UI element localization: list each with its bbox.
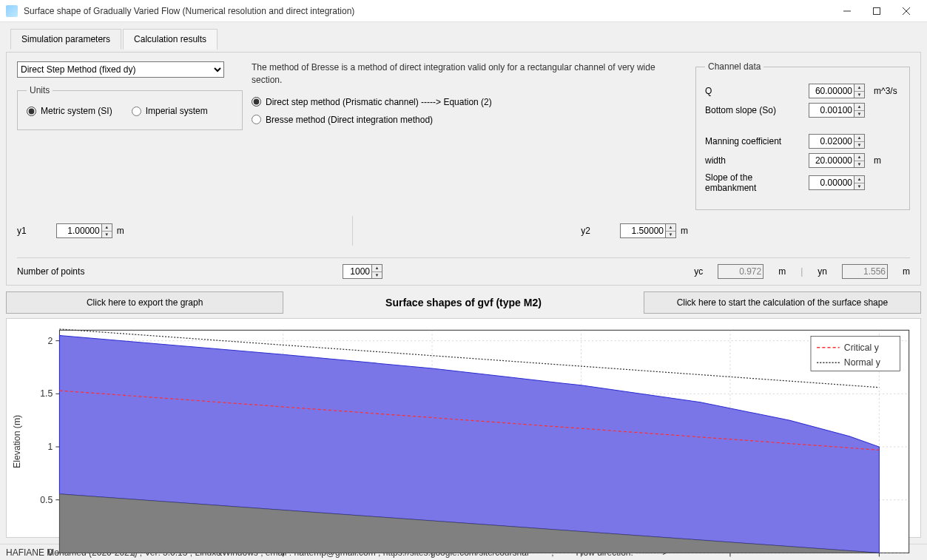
close-icon	[903, 7, 910, 15]
svg-text:0.5: 0.5	[40, 495, 53, 505]
radio-bresse[interactable]: Bresse method (Direct integration method…	[252, 115, 681, 125]
np-label: Number of points	[17, 266, 328, 277]
tab-calculation-results[interactable]: Calculation results	[123, 29, 218, 50]
q-label: Q	[705, 86, 804, 96]
units-legend: Units	[27, 85, 53, 95]
svg-text:Critical y: Critical y	[844, 343, 880, 353]
so-input[interactable]: ▲▼	[809, 103, 865, 118]
chart-title-label: Surface shapes of gvf (type M2)	[291, 291, 636, 314]
yc-label: yc	[694, 266, 703, 277]
app-icon	[6, 5, 18, 17]
svg-text:2: 2	[47, 336, 53, 346]
maximize-button[interactable]	[862, 1, 891, 21]
yn-unit: m	[903, 266, 910, 277]
window-title: Surface shape of Gradually Varied Flow (…	[24, 6, 832, 16]
yc-unit: m	[778, 266, 786, 277]
channel-data-group: Channel data Q ▲▼ m^3/s Bottom slope (So…	[695, 61, 910, 210]
manning-label: Manning coefficient	[705, 136, 804, 146]
svg-text:Elevation (m): Elevation (m)	[12, 415, 22, 468]
so-label: Bottom slope (So)	[705, 105, 804, 115]
width-label: width	[705, 155, 804, 166]
chart-svg: -500-400-300-200-100000.511.52x (m)Eleva…	[7, 319, 920, 560]
q-input[interactable]: ▲▼	[809, 84, 865, 98]
embankment-label: Slope of the embankment	[705, 172, 804, 193]
chart-area: -500-400-300-200-100000.511.52x (m)Eleva…	[6, 318, 921, 538]
svg-text:1: 1	[47, 442, 53, 452]
tab-simulation-parameters[interactable]: Simulation parameters	[10, 29, 121, 50]
y1-label: y1	[17, 226, 27, 236]
radio-metric[interactable]: Metric system (SI)	[27, 106, 112, 116]
svg-text:1.5: 1.5	[40, 388, 53, 399]
width-unit: m	[874, 155, 900, 166]
close-button[interactable]	[891, 1, 921, 21]
q-unit: m^3/s	[874, 86, 900, 96]
embankment-input[interactable]: ▲▼	[809, 175, 865, 190]
svg-text:0: 0	[47, 547, 53, 558]
maximize-icon	[873, 7, 880, 15]
tabstrip: Simulation parameters Calculation result…	[10, 28, 921, 49]
y2-unit: m	[681, 226, 688, 236]
yn-label: yn	[818, 266, 827, 277]
radio-imperial[interactable]: Imperial system	[132, 106, 208, 116]
svg-rect-1	[874, 7, 880, 14]
y2-input[interactable]: ▲▼	[620, 223, 676, 238]
parameters-panel: Direct Step Method (fixed dy) Units Metr…	[6, 52, 921, 286]
manning-input[interactable]: ▲▼	[809, 134, 865, 149]
help-text: The method of Bresse is a method of dire…	[252, 61, 681, 87]
export-button[interactable]: Click here to export the graph	[6, 291, 283, 314]
svg-text:Normal y: Normal y	[844, 357, 881, 368]
minimize-icon	[843, 7, 851, 15]
y1-unit: m	[117, 226, 124, 236]
units-group: Units Metric system (SI) Imperial system	[17, 85, 243, 130]
y1-input[interactable]: ▲▼	[56, 223, 112, 238]
start-calc-button[interactable]: Click here to start the calculation of t…	[644, 291, 921, 314]
titlebar: Surface shape of Gradually Varied Flow (…	[0, 0, 927, 22]
y2-label: y2	[581, 226, 590, 236]
np-input[interactable]: ▲▼	[343, 264, 382, 279]
minimize-button[interactable]	[832, 1, 862, 21]
channel-legend: Channel data	[705, 61, 763, 72]
radio-direct-step[interactable]: Direct step method (Prismatic channel) -…	[252, 97, 681, 107]
yc-output	[718, 264, 763, 279]
method-select[interactable]: Direct Step Method (fixed dy)	[17, 61, 224, 78]
width-input[interactable]: ▲▼	[809, 153, 865, 168]
yn-output	[842, 264, 888, 279]
